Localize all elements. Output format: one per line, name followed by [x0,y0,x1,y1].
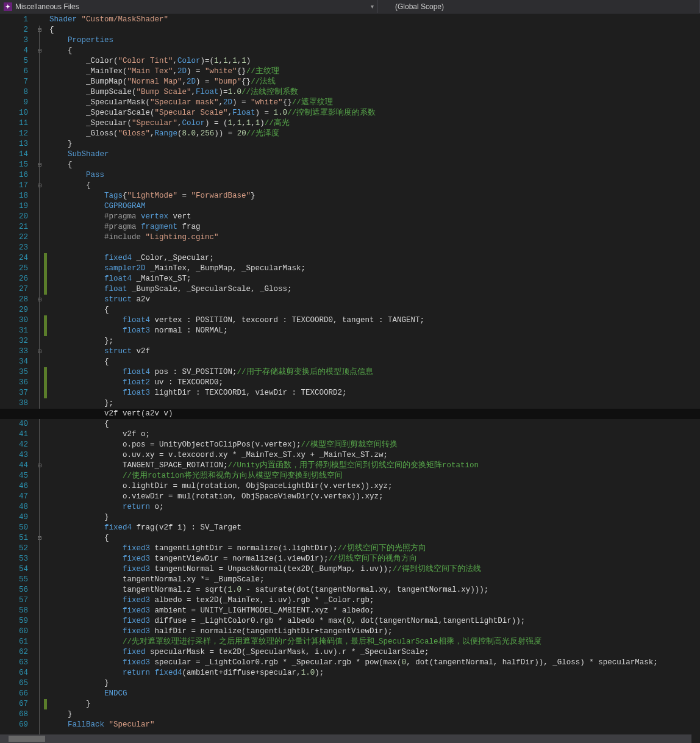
toolbar: ✦ Miscellaneous Files ▾ (Global Scope) [0,0,700,13]
file-type-icon: ✦ [4,2,12,11]
file-label: Miscellaneous Files [15,2,79,11]
file-dropdown[interactable]: ✦ Miscellaneous Files ▾ [0,0,378,13]
scope-dropdown[interactable]: (Global Scope) [378,0,700,13]
code-area[interactable]: Shader "Custom/MaskShader"{ Properties {… [47,13,700,743]
fold-column[interactable]: ⊟⊟⊟⊟⊟⊟⊟⊟⊟ [35,13,44,743]
code-editor[interactable]: 1234567891011121314151617181920212223242… [0,13,700,743]
scope-label: (Global Scope) [395,2,444,11]
line-number-gutter: 1234567891011121314151617181920212223242… [0,13,35,743]
horizontal-scrollbar[interactable] [0,734,691,743]
chevron-down-icon: ▾ [371,3,374,10]
